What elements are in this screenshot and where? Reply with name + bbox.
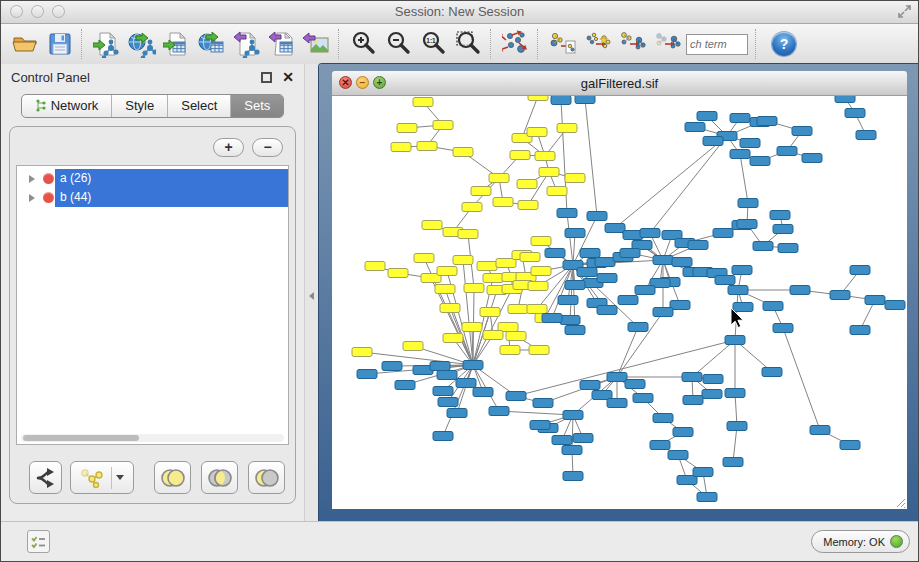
graph-node-yellow[interactable]	[365, 262, 385, 271]
graph-node-blue[interactable]	[437, 371, 457, 380]
venn-union-button[interactable]	[154, 461, 191, 494]
graph-node-yellow[interactable]	[535, 152, 555, 161]
venn-difference-button[interactable]	[248, 461, 285, 494]
graph-node-yellow[interactable]	[403, 342, 423, 351]
network-canvas[interactable]	[332, 96, 907, 509]
tab-network[interactable]: Network	[22, 95, 113, 117]
graph-node-blue[interactable]	[685, 123, 705, 132]
graph-node-blue[interactable]	[713, 229, 733, 238]
difference-networks-button[interactable]	[650, 27, 685, 61]
graph-node-blue[interactable]	[810, 426, 830, 435]
graph-node-yellow[interactable]	[464, 284, 484, 293]
graph-node-yellow[interactable]	[458, 230, 478, 239]
graph-node-blue[interactable]	[473, 388, 493, 397]
graph-node-blue[interactable]	[732, 266, 752, 275]
graph-node-yellow[interactable]	[414, 254, 434, 263]
graph-node-blue[interactable]	[580, 381, 600, 390]
graph-node-blue[interactable]	[737, 220, 757, 229]
graph-node-blue[interactable]	[702, 390, 722, 399]
graph-node-yellow[interactable]	[483, 274, 503, 283]
expander-triangle-icon[interactable]	[29, 194, 35, 202]
graph-node-blue[interactable]	[565, 229, 585, 238]
graph-node-blue[interactable]	[605, 224, 625, 233]
graph-node-blue[interactable]	[672, 258, 692, 267]
graph-node-blue[interactable]	[625, 380, 645, 389]
set-list-item[interactable]: b (44)	[17, 188, 288, 207]
graph-node-yellow[interactable]	[462, 203, 482, 212]
export-table-button[interactable]	[264, 27, 299, 61]
import-table-file-button[interactable]	[159, 27, 194, 61]
graph-node-blue[interactable]	[728, 286, 748, 295]
graph-node-blue[interactable]	[777, 147, 797, 156]
graph-node-blue[interactable]	[733, 303, 753, 312]
graph-node-yellow[interactable]	[529, 346, 549, 355]
graph-node-yellow[interactable]	[531, 237, 551, 246]
graph-node-blue[interactable]	[703, 137, 723, 146]
graph-node-yellow[interactable]	[437, 267, 457, 276]
split-set-button[interactable]	[29, 461, 62, 494]
graph-node-blue[interactable]	[697, 493, 717, 502]
graph-node-blue[interactable]	[573, 434, 593, 443]
save-session-button[interactable]	[42, 27, 77, 61]
graph-node-blue[interactable]	[715, 276, 735, 285]
expander-triangle-icon[interactable]	[29, 175, 35, 183]
graph-node-blue[interactable]	[533, 399, 553, 408]
graph-node-blue[interactable]	[433, 387, 453, 396]
graph-node-blue[interactable]	[653, 414, 673, 423]
graph-node-blue[interactable]	[545, 249, 565, 258]
close-icon[interactable]: ✕	[282, 72, 294, 83]
graph-node-yellow[interactable]	[433, 121, 453, 130]
network-window-title-bar[interactable]: ✕ − + galFiltered.sif	[332, 71, 907, 96]
graph-node-blue[interactable]	[551, 96, 571, 105]
graph-node-yellow[interactable]	[417, 142, 437, 151]
float-window-icon[interactable]	[261, 72, 272, 83]
graph-node-blue[interactable]	[640, 229, 660, 238]
graph-node-yellow[interactable]	[520, 253, 540, 262]
graph-node-yellow[interactable]	[388, 269, 408, 278]
graph-node-blue[interactable]	[628, 323, 648, 332]
graph-node-blue[interactable]	[668, 451, 688, 460]
graph-node-blue[interactable]	[750, 157, 770, 166]
graph-node-yellow[interactable]	[477, 262, 497, 271]
graph-node-yellow[interactable]	[518, 201, 538, 210]
graph-node-blue[interactable]	[738, 199, 758, 208]
graph-node-yellow[interactable]	[547, 187, 567, 196]
graph-node-yellow[interactable]	[506, 332, 526, 341]
graph-node-blue[interactable]	[682, 373, 702, 382]
graph-node-blue[interactable]	[770, 211, 790, 220]
graph-node-blue[interactable]	[607, 373, 627, 382]
memory-status-button[interactable]: Memory: OK	[811, 530, 910, 553]
graph-node-blue[interactable]	[580, 249, 600, 258]
graph-node-blue[interactable]	[620, 249, 640, 258]
graph-node-yellow[interactable]	[539, 168, 559, 177]
graph-node-yellow[interactable]	[517, 180, 537, 189]
graph-node-blue[interactable]	[802, 154, 822, 163]
graph-node-blue[interactable]	[563, 472, 583, 481]
set-list-item[interactable]: a (26)	[17, 169, 288, 188]
remove-set-button[interactable]: −	[252, 138, 283, 157]
graph-node-blue[interactable]	[597, 274, 617, 283]
graph-node-blue[interactable]	[850, 266, 870, 275]
graph-node-yellow[interactable]	[510, 151, 530, 160]
graph-node-blue[interactable]	[463, 361, 483, 370]
graph-node-blue[interactable]	[778, 244, 798, 253]
collapse-panel-icon[interactable]	[309, 292, 314, 300]
graph-node-yellow[interactable]	[527, 128, 547, 137]
graph-node-blue[interactable]	[558, 296, 578, 305]
graph-node-blue[interactable]	[850, 326, 870, 335]
graph-node-blue[interactable]	[693, 468, 713, 477]
graph-node-blue[interactable]	[587, 212, 607, 221]
graph-node-yellow[interactable]	[453, 256, 473, 265]
open-folder-button[interactable]	[7, 27, 42, 61]
graph-node-blue[interactable]	[727, 422, 747, 431]
graph-node-blue[interactable]	[653, 308, 673, 317]
graph-node-blue[interactable]	[753, 242, 773, 251]
tab-style[interactable]: Style	[112, 95, 168, 117]
graph-node-blue[interactable]	[357, 370, 377, 379]
apply-layout-button[interactable]	[498, 27, 533, 61]
graph-node-blue[interactable]	[856, 131, 876, 140]
graph-node-yellow[interactable]	[471, 187, 491, 196]
graph-node-blue[interactable]	[563, 411, 583, 420]
graph-node-blue[interactable]	[635, 286, 655, 295]
graph-node-yellow[interactable]	[565, 174, 585, 183]
